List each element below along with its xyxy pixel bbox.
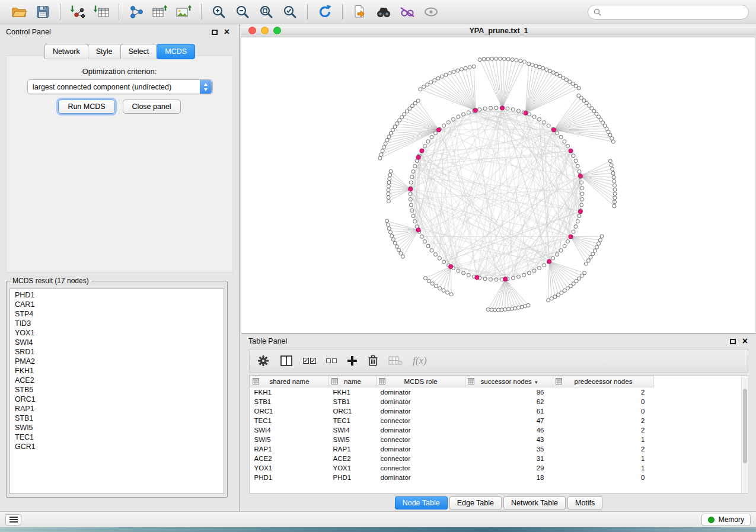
- table-cell[interactable]: 1: [553, 435, 654, 444]
- open-session-button[interactable]: [7, 2, 31, 22]
- table-cell[interactable]: dominator: [377, 397, 465, 406]
- mcds-result-item[interactable]: STB5: [15, 385, 224, 395]
- table-cell[interactable]: 2: [553, 416, 654, 425]
- control-panel-tab-style[interactable]: Style: [88, 44, 121, 59]
- table-cell[interactable]: dominator: [377, 444, 465, 454]
- table-cell[interactable]: 47: [465, 416, 553, 425]
- mcds-result-item[interactable]: TEC1: [15, 432, 224, 442]
- column-header-successor-nodes[interactable]: successor nodes▾: [465, 376, 553, 387]
- table-cell[interactable]: 31: [465, 454, 553, 463]
- table-cell[interactable]: 43: [465, 435, 553, 444]
- window-minimize-icon[interactable]: [261, 27, 269, 34]
- table-row[interactable]: ACE2ACE2connector311: [250, 454, 741, 463]
- table-cell[interactable]: ORC1: [329, 406, 377, 416]
- table-row[interactable]: RAP1RAP1dominator352: [250, 444, 741, 454]
- mcds-result-item[interactable]: PHD1: [15, 290, 224, 300]
- table-cell[interactable]: RAP1: [250, 444, 329, 454]
- search-box[interactable]: [588, 5, 749, 20]
- import-network-button[interactable]: [66, 2, 90, 22]
- export-image-button[interactable]: [172, 2, 196, 22]
- table-tab-network-table[interactable]: Network Table: [503, 496, 566, 509]
- table-cell[interactable]: dominator: [377, 473, 465, 482]
- table-tab-motifs[interactable]: Motifs: [567, 496, 602, 509]
- table-cell[interactable]: FKH1: [250, 387, 329, 397]
- mcds-result-item[interactable]: SWI5: [15, 423, 224, 432]
- table-cell[interactable]: YOX1: [329, 463, 377, 473]
- zoom-out-button[interactable]: [231, 2, 254, 22]
- column-header-predecessor-nodes[interactable]: predecessor nodes: [553, 376, 654, 387]
- mcds-result-item[interactable]: FKH1: [15, 366, 224, 376]
- export-document-button[interactable]: [348, 2, 372, 22]
- add-column-button[interactable]: [347, 355, 358, 366]
- scrollbar-thumb[interactable]: [743, 389, 747, 463]
- window-close-icon[interactable]: [248, 27, 256, 34]
- network-canvas[interactable]: [241, 37, 755, 333]
- zoom-in-button[interactable]: [207, 2, 231, 22]
- run-mcds-button[interactable]: Run MCDS: [58, 100, 114, 114]
- table-cell[interactable]: STB1: [329, 397, 377, 406]
- table-tab-node-table[interactable]: Node Table: [395, 496, 448, 509]
- table-cell[interactable]: 1: [553, 454, 654, 463]
- table-cell[interactable]: SWI4: [250, 425, 329, 435]
- table-cell[interactable]: connector: [377, 416, 465, 425]
- table-cell[interactable]: 2: [553, 425, 654, 435]
- table-cell[interactable]: YOX1: [250, 463, 329, 473]
- save-session-button[interactable]: [31, 2, 55, 22]
- table-row[interactable]: SWI5SWI5connector431: [250, 435, 741, 444]
- float-panel-icon[interactable]: [212, 30, 218, 35]
- table-cell[interactable]: 2: [553, 444, 654, 454]
- mcds-result-item[interactable]: ORC1: [15, 395, 224, 404]
- table-cell[interactable]: 0: [553, 406, 654, 416]
- memory-button[interactable]: Memory: [701, 514, 751, 526]
- mcds-result-item[interactable]: STP4: [15, 309, 224, 319]
- column-selector-button[interactable]: [280, 355, 293, 367]
- table-cell[interactable]: ORC1: [250, 406, 329, 416]
- control-panel-tab-select[interactable]: Select: [120, 44, 158, 59]
- export-table-button[interactable]: [148, 2, 172, 22]
- criterion-select[interactable]: largest connected component (undirected): [27, 79, 213, 94]
- table-cell[interactable]: 62: [465, 397, 553, 406]
- search-input[interactable]: [604, 8, 743, 16]
- mcds-result-item[interactable]: CAR1: [15, 300, 224, 309]
- table-cell[interactable]: TEC1: [250, 416, 329, 425]
- control-panel-tab-mcds[interactable]: MCDS: [157, 44, 195, 59]
- close-panel-icon[interactable]: ×: [742, 336, 748, 346]
- table-cell[interactable]: 1: [553, 463, 654, 473]
- table-cell[interactable]: SWI4: [329, 425, 377, 435]
- table-cell[interactable]: dominator: [377, 387, 465, 397]
- table-cell[interactable]: FKH1: [329, 387, 377, 397]
- table-cell[interactable]: RAP1: [329, 444, 377, 454]
- table-cell[interactable]: connector: [377, 454, 465, 463]
- mcds-result-item[interactable]: SWI4: [15, 338, 224, 347]
- table-row[interactable]: ORC1ORC1dominator610: [250, 406, 741, 416]
- mcds-result-item[interactable]: SRD1: [15, 347, 224, 357]
- table-tab-edge-table[interactable]: Edge Table: [449, 496, 502, 509]
- mcds-result-list[interactable]: PHD1CAR1STP4TID3YOX1SWI4SRD1PMA2FKH1ACE2…: [9, 289, 224, 494]
- mcds-result-item[interactable]: GCR1: [15, 442, 224, 451]
- delete-column-button[interactable]: [368, 355, 378, 367]
- table-cell[interactable]: ACE2: [329, 454, 377, 463]
- apply-layout-button[interactable]: [313, 2, 337, 22]
- table-cell[interactable]: 29: [465, 463, 553, 473]
- mcds-result-item[interactable]: YOX1: [15, 328, 224, 338]
- table-row[interactable]: STB1STB1dominator620: [250, 397, 741, 406]
- column-header-MCDS-role[interactable]: MCDS role: [377, 376, 465, 387]
- table-row[interactable]: TEC1TEC1connector472: [250, 416, 741, 425]
- select-all-button[interactable]: ✓ ✓: [303, 358, 316, 364]
- table-cell[interactable]: STB1: [250, 397, 329, 406]
- control-panel-tab-network[interactable]: Network: [44, 44, 88, 59]
- table-cell[interactable]: 2: [553, 387, 654, 397]
- deselect-all-button[interactable]: [326, 358, 337, 363]
- birds-eye-view-button[interactable]: [419, 2, 443, 22]
- table-cell[interactable]: dominator: [377, 406, 465, 416]
- table-cell[interactable]: connector: [377, 435, 465, 444]
- column-header-name[interactable]: name: [329, 376, 377, 387]
- mcds-result-item[interactable]: STB1: [15, 414, 224, 423]
- table-row[interactable]: PHD1PHD1dominator180: [250, 473, 741, 482]
- column-header-shared-name[interactable]: shared name: [250, 376, 329, 387]
- table-cell[interactable]: PHD1: [250, 473, 329, 482]
- table-cell[interactable]: dominator: [377, 425, 465, 435]
- table-row[interactable]: YOX1YOX1connector291: [250, 463, 741, 473]
- panel-menu-button[interactable]: [5, 514, 21, 525]
- table-cell[interactable]: 96: [465, 387, 553, 397]
